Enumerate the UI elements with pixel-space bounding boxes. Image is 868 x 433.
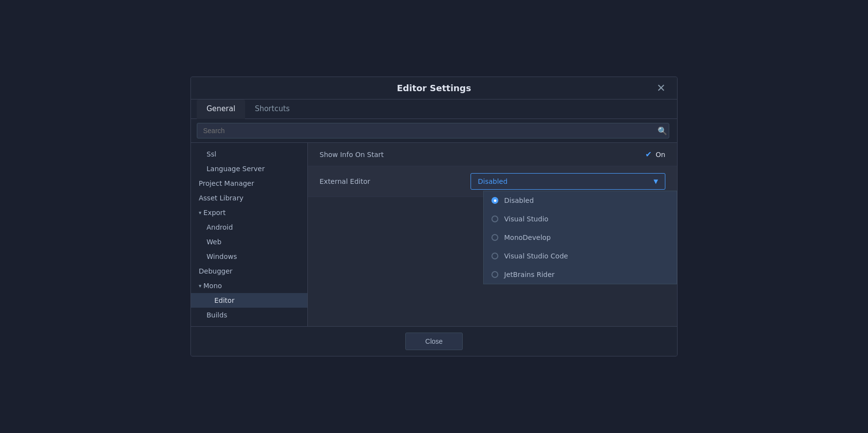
dropdown-option-visual-studio-label: Visual Studio: [504, 215, 548, 223]
tab-shortcuts[interactable]: Shortcuts: [245, 99, 300, 119]
show-info-label: Show Info On Start: [320, 151, 645, 158]
close-dialog-button[interactable]: Close: [405, 333, 463, 350]
sidebar-item-web[interactable]: Web: [191, 235, 307, 249]
tab-general[interactable]: General: [197, 99, 245, 119]
sidebar-item-debugger[interactable]: Debugger: [191, 264, 307, 278]
dropdown-option-disabled[interactable]: Disabled: [484, 191, 677, 210]
sidebar-item-editor[interactable]: Editor: [191, 293, 307, 308]
external-editor-label: External Editor: [320, 177, 471, 185]
external-editor-dropdown-menu: Disabled Visual Studio MonoDevelop Visua…: [483, 191, 677, 284]
sidebar-item-asset-library[interactable]: Asset Library: [191, 191, 307, 205]
setting-row-show-info: Show Info On Start ✔ On: [308, 143, 677, 166]
title-bar: Editor Settings ✕: [191, 77, 677, 99]
dropdown-option-jetbrains-label: JetBrains Rider: [504, 271, 555, 278]
dropdown-option-jetbrains[interactable]: JetBrains Rider: [484, 265, 677, 284]
dropdown-option-vscode-label: Visual Studio Code: [504, 252, 568, 260]
export-chevron-icon: ▾: [199, 210, 202, 216]
sidebar-item-windows[interactable]: Windows: [191, 249, 307, 264]
show-info-control[interactable]: ✔ On: [645, 150, 665, 159]
sidebar-item-project-manager[interactable]: Project Manager: [191, 176, 307, 191]
dialog-title: Editor Settings: [397, 83, 471, 93]
dropdown-option-monodevelop-label: MonoDevelop: [504, 234, 551, 241]
radio-visual-studio-icon: [491, 216, 498, 222]
checkbox-checked-icon: ✔: [645, 150, 652, 159]
radio-jetbrains-icon: [491, 271, 498, 278]
tabs-bar: General Shortcuts: [191, 99, 677, 119]
dropdown-selected-value: Disabled: [478, 177, 508, 185]
main-content: Show Info On Start ✔ On External Editor …: [308, 143, 677, 326]
content-area: Ssl Language Server Project Manager Asse…: [191, 143, 677, 326]
external-editor-dropdown[interactable]: Disabled ▼: [471, 173, 665, 190]
search-input[interactable]: [197, 123, 669, 138]
radio-disabled-icon: [491, 197, 498, 204]
dropdown-option-vscode[interactable]: Visual Studio Code: [484, 247, 677, 265]
radio-vscode-icon: [491, 253, 498, 259]
search-icon-button[interactable]: 🔍: [654, 124, 671, 138]
sidebar-item-mono[interactable]: ▾ Mono: [191, 278, 307, 293]
sidebar-item-builds[interactable]: Builds: [191, 308, 307, 322]
dropdown-option-disabled-label: Disabled: [504, 197, 534, 204]
search-bar: 🔍: [191, 119, 677, 143]
window-close-button[interactable]: ✕: [653, 81, 669, 96]
sidebar-item-language-server[interactable]: Language Server: [191, 161, 307, 176]
sidebar: Ssl Language Server Project Manager Asse…: [191, 143, 308, 326]
show-info-value: On: [656, 151, 665, 158]
editor-settings-dialog: Editor Settings ✕ General Shortcuts 🔍 Ss…: [190, 77, 678, 356]
dropdown-option-visual-studio[interactable]: Visual Studio: [484, 210, 677, 228]
mono-chevron-icon: ▾: [199, 283, 202, 289]
dropdown-option-monodevelop[interactable]: MonoDevelop: [484, 228, 677, 247]
footer: Close: [191, 326, 677, 356]
sidebar-item-export[interactable]: ▾ Export: [191, 205, 307, 220]
sidebar-item-android[interactable]: Android: [191, 220, 307, 235]
dropdown-arrow-icon: ▼: [654, 178, 658, 185]
sidebar-item-ssl[interactable]: Ssl: [191, 147, 307, 161]
radio-monodevelop-icon: [491, 234, 498, 241]
